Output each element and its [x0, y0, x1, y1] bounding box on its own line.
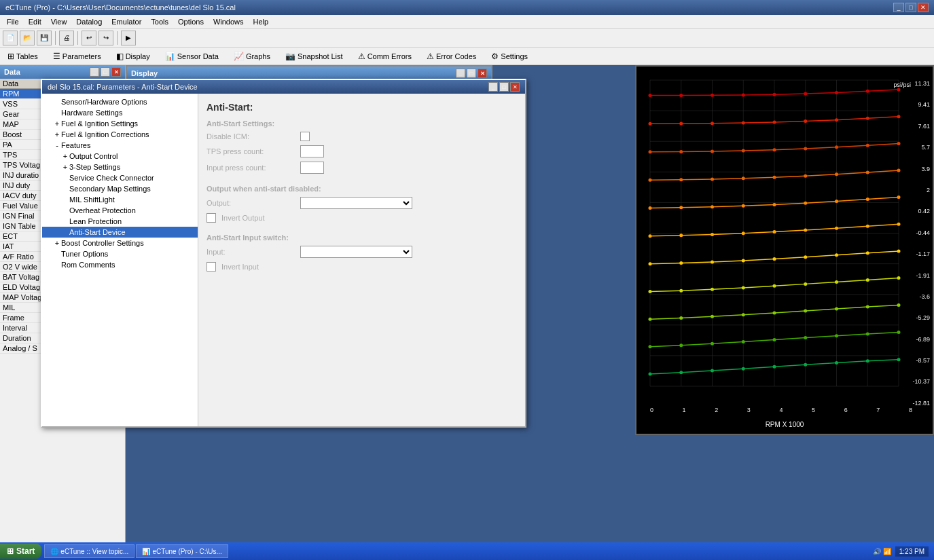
graph-canvas: psi/psi 11.319.417.615.73.920.42-0.44-1.… — [636, 79, 933, 432]
tree-item-sensorhardware-options[interactable]: Sensor/Hardware Options — [42, 96, 198, 107]
data-panel-header: Data _ □ ✕ — [0, 65, 125, 79]
taskbar-item-ectune-::-[interactable]: 🌐eCTune :: View topic... — [44, 544, 134, 558]
y-label: -5.29 — [912, 314, 930, 321]
toolbar-sep2 — [77, 31, 78, 45]
tree-item-secondary-map-settings[interactable]: Secondary Map Settings — [42, 183, 198, 194]
toolbar-print[interactable]: 🖨 — [59, 31, 74, 45]
output-label: Output: — [206, 199, 295, 207]
y-label: -0.44 — [912, 229, 930, 236]
tab-icon: 📷 — [285, 52, 295, 61]
toolbar-sep1 — [55, 31, 56, 45]
disable-icm-label: Disable ICM: — [206, 132, 295, 141]
data-panel-maximize[interactable]: □ — [101, 67, 110, 77]
minimize-button[interactable]: _ — [893, 3, 904, 12]
tab-icon: ⊞ — [7, 52, 14, 61]
menu-item-file[interactable]: File — [3, 17, 23, 26]
tree-item-fuel--ignition-corrections[interactable]: +Fuel & Ignition Corrections — [42, 129, 198, 140]
tab-comm-errors[interactable]: ⚠Comm Errors — [353, 50, 416, 63]
tab-settings[interactable]: ⚙Settings — [486, 50, 533, 63]
display-minimize[interactable]: _ — [456, 69, 465, 78]
tab-display[interactable]: ◧Display — [111, 50, 155, 63]
tab-tables[interactable]: ⊞Tables — [3, 50, 43, 63]
tab-icon: ☰ — [53, 52, 60, 61]
toolbar-redo[interactable]: ↪ — [98, 31, 113, 45]
toolbar-undo[interactable]: ↩ — [82, 31, 96, 45]
tree-item-boost-controller-settings[interactable]: +Boost Controller Settings — [42, 238, 198, 248]
taskbar-items: 🌐eCTune :: View topic...📊eCTune (Pro) - … — [41, 543, 867, 559]
tree-item-lean-protection[interactable]: Lean Protection — [42, 216, 198, 227]
chart-y-unit: psi/psi — [893, 81, 911, 88]
menu-item-emulator[interactable]: Emulator — [107, 17, 145, 26]
output-select[interactable] — [300, 197, 412, 209]
params-tree[interactable]: Sensor/Hardware OptionsHardware Settings… — [42, 94, 198, 426]
menu-item-windows[interactable]: Windows — [209, 17, 248, 26]
disable-icm-checkbox[interactable] — [300, 132, 310, 141]
x-label: 6 — [844, 407, 848, 413]
data-panel-close[interactable]: ✕ — [111, 67, 121, 77]
display-close[interactable]: ✕ — [478, 69, 487, 78]
maximize-button[interactable]: □ — [905, 3, 916, 12]
tree-item-service-check-connector[interactable]: Service Check Connector — [42, 172, 198, 183]
tab-sensor-data[interactable]: 📊Sensor Data — [160, 50, 223, 63]
display-maximize[interactable]: □ — [467, 69, 476, 78]
tab-parameters[interactable]: ☰Parameters — [48, 50, 106, 63]
chart-x-labels: 012345678 — [650, 407, 912, 413]
input-select[interactable] — [300, 246, 412, 258]
toolbar-run[interactable]: ▶ — [121, 31, 136, 45]
chart-y-labels: 11.319.417.615.73.920.42-0.44-1.17-1.91-… — [912, 80, 930, 407]
tree-item-anti-start-device[interactable]: Anti-Start Device — [42, 227, 198, 238]
tree-item-tuner-options[interactable]: Tuner Options — [42, 248, 198, 259]
input-press-input[interactable] — [300, 162, 324, 174]
toolbar-open[interactable]: 📂 — [20, 31, 35, 45]
menu-item-view[interactable]: View — [47, 17, 71, 26]
menu-item-edit[interactable]: Edit — [24, 17, 46, 26]
tps-press-input[interactable] — [300, 145, 324, 157]
tab-error-codes[interactable]: ⚠Error Codes — [422, 50, 481, 63]
tab-label: Snapshot List — [298, 52, 343, 60]
tab-label: Tables — [16, 52, 38, 60]
taskbar-item-ectune-(pr[interactable]: 📊eCTune (Pro) - C:\Us... — [136, 544, 228, 558]
invert-output-checkbox[interactable] — [206, 213, 216, 223]
menu-item-datalog[interactable]: Datalog — [72, 17, 106, 26]
tree-item-fuel--ignition-settings[interactable]: +Fuel & Ignition Settings — [42, 118, 198, 129]
toolbar-new[interactable]: 📄 — [3, 31, 18, 45]
invert-input-checkbox[interactable] — [206, 262, 216, 272]
params-minimize[interactable]: _ — [488, 82, 498, 92]
tab-label: Settings — [501, 52, 528, 60]
tree-item-mil-shiftlight[interactable]: MIL ShiftLight — [42, 194, 198, 205]
tree-expand-icon: + — [61, 163, 69, 171]
params-content: Sensor/Hardware OptionsHardware Settings… — [42, 94, 525, 426]
params-dialog: del Slo 15.cal: Parameters - Anti-Start … — [41, 79, 526, 428]
tree-item-hardware-settings[interactable]: Hardware Settings — [42, 107, 198, 118]
menu-item-help[interactable]: Help — [249, 17, 273, 26]
x-label: 2 — [715, 407, 718, 413]
tree-item-overheat-protection[interactable]: Overheat Protection — [42, 205, 198, 216]
taskbar: ⊞ Start 🌐eCTune :: View topic...📊eCTune … — [0, 542, 934, 560]
data-panel-minimize[interactable]: _ — [90, 67, 99, 77]
tree-item-rom-comments[interactable]: Rom Comments — [42, 259, 198, 270]
params-close[interactable]: ✕ — [510, 82, 520, 92]
y-label: 2 — [912, 187, 930, 193]
start-button[interactable]: ⊞ Start — [0, 544, 41, 559]
menu-item-tools[interactable]: Tools — [147, 17, 173, 26]
tree-item-output-control[interactable]: +Output Control — [42, 151, 198, 162]
y-label: -1.91 — [912, 272, 930, 279]
tree-item-3-step-settings[interactable]: +3-Step Settings — [42, 162, 198, 172]
tab-icon: ⚠ — [427, 52, 434, 61]
y-label: -1.17 — [912, 250, 930, 257]
output-when-disabled-label: Output when anti-start disabled: — [206, 185, 517, 193]
y-label: -3.6 — [912, 293, 930, 300]
disable-icm-row: Disable ICM: — [206, 132, 517, 141]
taskbar-right: 🔊 📶 1:23 PM — [867, 546, 934, 557]
y-label: -12.81 — [912, 400, 930, 407]
menu-item-options[interactable]: Options — [174, 17, 208, 26]
tree-item-features[interactable]: -Features — [42, 140, 198, 151]
toolbar-save[interactable]: 💾 — [37, 31, 52, 45]
tree-expand-icon: + — [53, 239, 61, 247]
close-button[interactable]: ✕ — [918, 3, 929, 12]
tree-expand-icon: + — [53, 130, 61, 138]
tab-snapshot-list[interactable]: 📷Snapshot List — [281, 50, 348, 63]
display-panel-header: Display _ □ ✕ — [127, 67, 491, 80]
tab-graphs[interactable]: 📈Graphs — [229, 50, 275, 63]
params-maximize[interactable]: □ — [499, 82, 509, 92]
